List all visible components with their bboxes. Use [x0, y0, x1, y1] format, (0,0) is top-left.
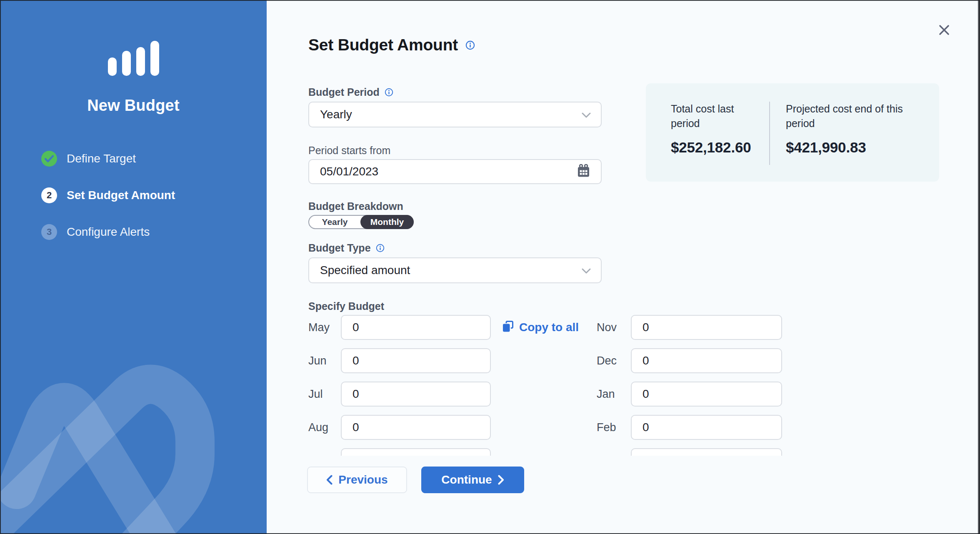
budget-period-info-icon[interactable]	[385, 88, 393, 97]
brand-watermark	[0, 310, 267, 534]
month-budget-grid: May Copy to all Nov Ju	[308, 315, 783, 456]
step-label: Set Budget Amount	[67, 189, 175, 202]
step-label: Define Target	[67, 152, 136, 165]
projected-cost-value: $421,990.83	[786, 139, 931, 156]
step-label: Configure Alerts	[67, 225, 150, 239]
month-label: Nov	[597, 321, 631, 334]
copy-icon	[502, 320, 514, 335]
month-amount-input-nov[interactable]	[631, 315, 782, 340]
month-amount-input-jun[interactable]	[341, 348, 491, 373]
close-icon[interactable]	[936, 22, 952, 38]
month-label: May	[308, 321, 341, 334]
budget-breakdown-toggle: Yearly Monthly	[308, 215, 414, 229]
month-label: Aug	[308, 421, 341, 434]
wizard-steps: Define Target 2 Set Budget Amount 3 Conf…	[0, 151, 267, 240]
month-amount-input-jul[interactable]	[341, 382, 491, 407]
budget-type-value: Specified amount	[320, 264, 410, 277]
chevron-right-icon	[498, 475, 504, 485]
wizard-footer: Previous Continue	[307, 467, 524, 493]
calendar-icon[interactable]	[577, 164, 590, 180]
previous-button[interactable]: Previous	[307, 467, 407, 493]
month-amount-input-dec[interactable]	[631, 348, 782, 373]
projected-cost-label: Projected cost end of this period	[786, 102, 931, 131]
total-cost-label: Total cost last period	[671, 102, 758, 131]
step-define-target[interactable]: Define Target	[41, 151, 267, 167]
copy-to-all-label: Copy to all	[519, 321, 579, 334]
chevron-left-icon	[326, 475, 332, 485]
set-budget-amount-panel: Set Budget Amount Budget Period Yearly	[267, 0, 980, 534]
total-cost-value: $252,182.60	[671, 139, 758, 156]
specify-budget-label: Specify Budget	[308, 300, 384, 312]
month-amount-input-mar[interactable]	[631, 448, 782, 456]
month-label: Jul	[308, 388, 341, 401]
chevron-down-icon	[582, 264, 591, 277]
step-configure-alerts[interactable]: 3 Configure Alerts	[41, 224, 267, 240]
month-label: Feb	[597, 421, 631, 434]
period-starts-label: Period starts from	[308, 145, 390, 157]
bar-chart-logo-icon	[0, 41, 267, 76]
budget-breakdown-label: Budget Breakdown	[308, 200, 403, 212]
budget-form: Set Budget Amount Budget Period Yearly	[308, 0, 800, 456]
toggle-option-yearly[interactable]: Yearly	[309, 216, 360, 228]
budget-period-select[interactable]: Yearly	[308, 102, 602, 127]
budget-period-label: Budget Period	[308, 86, 380, 98]
step-number-badge: 2	[41, 187, 57, 203]
month-label: Sep	[308, 454, 341, 456]
budget-period-value: Yearly	[320, 108, 352, 121]
title-info-icon[interactable]	[465, 40, 475, 50]
month-label: Jan	[597, 388, 631, 401]
month-budget-scroll-area[interactable]: May Copy to all Nov Ju	[308, 315, 783, 456]
cost-summary-card: Total cost last period $252,182.60 Proje…	[646, 83, 939, 182]
continue-button[interactable]: Continue	[421, 467, 524, 493]
budget-type-label: Budget Type	[308, 242, 371, 254]
month-amount-input-may[interactable]	[341, 315, 491, 340]
month-amount-input-sep[interactable]	[341, 448, 491, 456]
step-set-budget-amount[interactable]: 2 Set Budget Amount	[41, 187, 267, 203]
continue-label: Continue	[441, 473, 492, 487]
month-amount-input-aug[interactable]	[341, 415, 491, 440]
wizard-title: New Budget	[0, 97, 267, 115]
month-amount-input-feb[interactable]	[631, 415, 782, 440]
toggle-option-monthly[interactable]: Monthly	[360, 215, 414, 229]
period-starts-input[interactable]	[308, 159, 602, 184]
chevron-down-icon	[582, 108, 591, 121]
previous-label: Previous	[338, 473, 388, 487]
month-label: Mar	[597, 454, 631, 456]
copy-to-all-button[interactable]: Copy to all	[491, 320, 597, 335]
new-budget-modal: New Budget Define Target 2 Set Budget Am…	[0, 0, 980, 534]
budget-type-info-icon[interactable]	[376, 244, 385, 252]
month-amount-input-jan[interactable]	[631, 382, 782, 407]
wizard-sidebar: New Budget Define Target 2 Set Budget Am…	[0, 0, 267, 534]
month-label: Dec	[597, 354, 631, 367]
month-label: Jun	[308, 354, 341, 367]
step-number-badge: 3	[41, 224, 57, 240]
page-title: Set Budget Amount	[308, 36, 458, 54]
budget-type-select[interactable]: Specified amount	[308, 257, 602, 283]
check-icon	[41, 151, 57, 167]
